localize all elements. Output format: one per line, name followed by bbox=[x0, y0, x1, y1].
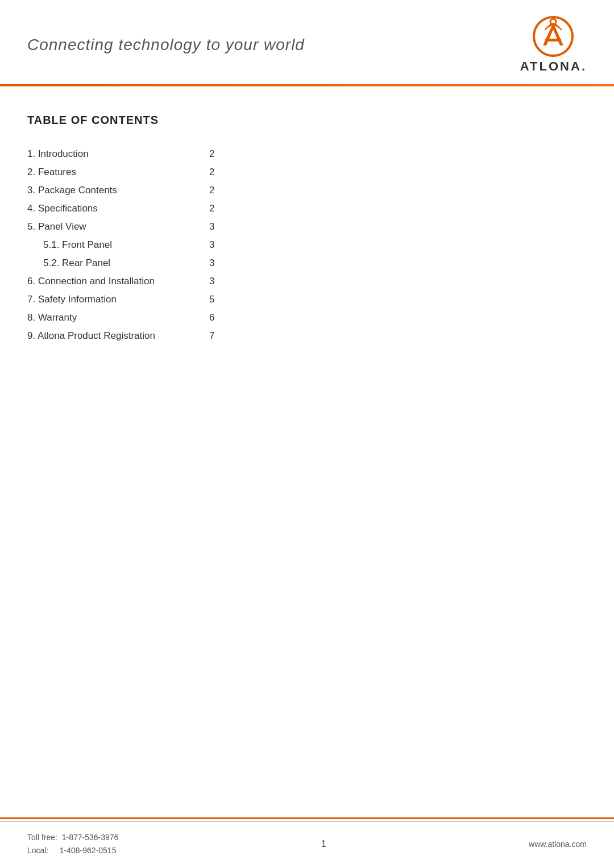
logo-text: ATLONA. bbox=[520, 59, 587, 74]
toc-row: 5.2. Rear Panel3 bbox=[27, 254, 243, 272]
svg-rect-1 bbox=[545, 39, 561, 41]
toc-row: 5. Panel View3 bbox=[27, 218, 243, 236]
atlona-logo-icon bbox=[533, 16, 574, 57]
toc-item-label: 4. Specifications bbox=[27, 200, 209, 218]
local: Local: 1-408-962-0515 bbox=[27, 844, 118, 857]
toc-item-label: 5.1. Front Panel bbox=[27, 236, 209, 254]
toc-item-label: 6. Connection and Installation bbox=[27, 272, 209, 290]
local-number: 1-408-962-0515 bbox=[60, 846, 117, 855]
toc-item-page: 3 bbox=[209, 218, 243, 236]
toc-row: 1. Introduction2 bbox=[27, 145, 243, 163]
toc-row: 6. Connection and Installation3 bbox=[27, 272, 243, 290]
header: Connecting technology to your world ATLO… bbox=[0, 0, 614, 84]
toc-item-label: 8. Warranty bbox=[27, 309, 209, 327]
toc-item-label: 2. Features bbox=[27, 163, 209, 181]
toc-row: 2. Features2 bbox=[27, 163, 243, 181]
toc-item-page: 3 bbox=[209, 254, 243, 272]
toll-free-number: 1-877-536-3976 bbox=[62, 833, 119, 842]
footer-contact: Toll free: 1-877-536-3976 Local: 1-408-9… bbox=[27, 831, 118, 857]
toc-item-page: 3 bbox=[209, 236, 243, 254]
toc-item-page: 7 bbox=[209, 327, 243, 345]
logo: ATLONA. bbox=[520, 16, 587, 74]
toll-free: Toll free: 1-877-536-3976 bbox=[27, 831, 118, 844]
toc-row: 7. Safety Information5 bbox=[27, 290, 243, 309]
toc-item-label: 3. Package Contents bbox=[27, 181, 209, 200]
footer-content: Toll free: 1-877-536-3976 Local: 1-408-9… bbox=[0, 822, 614, 868]
toc-row: 9. Atlona Product Registration7 bbox=[27, 327, 243, 345]
toc-item-label: 7. Safety Information bbox=[27, 290, 209, 309]
footer-orange-line bbox=[0, 817, 614, 819]
page-number: 1 bbox=[321, 839, 326, 849]
footer: Toll free: 1-877-536-3976 Local: 1-408-9… bbox=[0, 817, 614, 868]
toc-item-label: 5. Panel View bbox=[27, 218, 209, 236]
toc-row: 5.1. Front Panel3 bbox=[27, 236, 243, 254]
footer-lines bbox=[0, 817, 614, 822]
toc-item-label: 9. Atlona Product Registration bbox=[27, 327, 209, 345]
toc-row: 8. Warranty6 bbox=[27, 309, 243, 327]
toll-free-label: Toll free: bbox=[27, 833, 62, 842]
toc-item-page: 2 bbox=[209, 200, 243, 218]
toc-row: 3. Package Contents2 bbox=[27, 181, 243, 200]
toc-item-page: 6 bbox=[209, 309, 243, 327]
toc-item-label: 1. Introduction bbox=[27, 145, 209, 163]
website: www.atlona.com bbox=[529, 840, 587, 849]
toc-item-page: 2 bbox=[209, 163, 243, 181]
local-label: Local: bbox=[27, 846, 60, 855]
toc-item-page: 3 bbox=[209, 272, 243, 290]
toc-title: TABLE OF CONTENTS bbox=[27, 114, 587, 127]
tagline: Connecting technology to your world bbox=[27, 36, 305, 54]
toc-item-page: 2 bbox=[209, 181, 243, 200]
toc-item-label: 5.2. Rear Panel bbox=[27, 254, 209, 272]
main-content: TABLE OF CONTENTS 1. Introduction22. Fea… bbox=[0, 86, 614, 368]
toc-table: 1. Introduction22. Features23. Package C… bbox=[27, 145, 243, 345]
toc-item-page: 2 bbox=[209, 145, 243, 163]
toc-row: 4. Specifications2 bbox=[27, 200, 243, 218]
toc-item-page: 5 bbox=[209, 290, 243, 309]
